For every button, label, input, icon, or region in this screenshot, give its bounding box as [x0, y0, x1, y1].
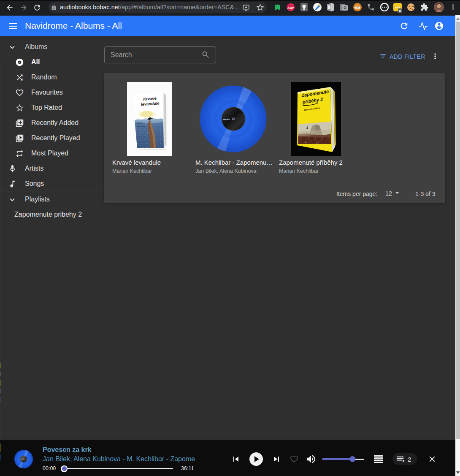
svg-text:ABP: ABP — [287, 6, 294, 10]
svg-text:8: 8 — [399, 9, 401, 13]
svg-text:TXT: TXT — [355, 6, 360, 8]
svg-text:Marian: Marian — [137, 122, 143, 124]
svg-text:serato: serato — [22, 458, 25, 460]
svg-text:Kechlibar: Kechlibar — [137, 125, 146, 128]
svg-text:Krvavé: Krvavé — [143, 96, 157, 101]
svg-text:serato: serato — [223, 118, 230, 120]
